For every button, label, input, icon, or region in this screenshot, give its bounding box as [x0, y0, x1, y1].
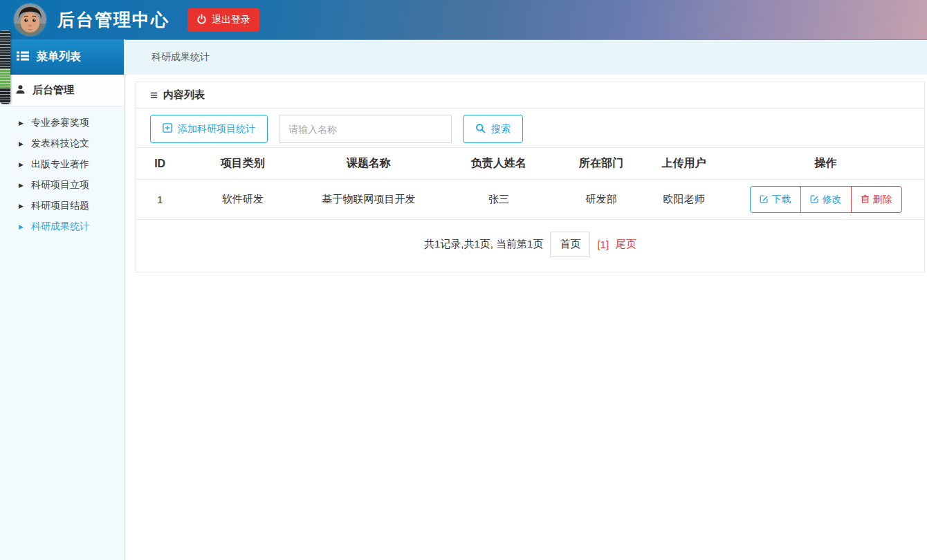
column-header-leader: 负责人姓名 — [436, 148, 562, 180]
records-table: ID 项目类别 课题名称 负责人姓名 所在部门 上传用户 操作 1 软件研发 基… — [136, 147, 924, 220]
download-button[interactable]: 下载 — [750, 186, 801, 213]
menu-header-label: 菜单列表 — [37, 50, 81, 64]
edit-icon — [810, 194, 819, 205]
column-header-uploader: 上传用户 — [641, 148, 727, 180]
caret-right-icon: ▶ — [19, 120, 24, 127]
caret-right-icon: ▶ — [19, 141, 24, 147]
table-header-row: ID 项目类别 课题名称 负责人姓名 所在部门 上传用户 操作 — [136, 148, 924, 180]
sidebar-item-results-stats[interactable]: ▶ 科研成果统计 — [0, 216, 124, 237]
caret-right-icon: ▶ — [19, 162, 24, 168]
admin-app: 后台管理中心 退出登录 菜单列表 — [0, 0, 927, 560]
cell-id: 1 — [136, 180, 183, 220]
add-record-button[interactable]: 添加科研项目统计 — [150, 115, 268, 143]
sidebar-menu-header: 菜单列表 — [0, 39, 124, 75]
cell-category: 软件研发 — [183, 180, 302, 220]
column-header-actions: 操作 — [727, 148, 924, 180]
avatar-image — [14, 3, 46, 36]
edit-label: 修改 — [823, 194, 842, 206]
sidebar-item-papers[interactable]: ▶ 发表科技论文 — [0, 133, 124, 154]
column-header-id: ID — [136, 148, 183, 180]
logout-button[interactable]: 退出登录 — [187, 8, 259, 32]
search-button-label: 搜索 — [491, 123, 511, 136]
card-title: 内容列表 — [163, 88, 205, 102]
caret-right-icon: ▶ — [19, 183, 24, 189]
power-icon — [196, 14, 207, 26]
sidebar-item-label: 专业参赛奖项 — [31, 117, 89, 129]
sidebar-menu-list: ▶ 专业参赛奖项 ▶ 发表科技论文 ▶ 出版专业著作 ▶ 科研项目立项 ▶ 科研… — [0, 106, 124, 237]
sidebar-item-label: 发表科技论文 — [31, 138, 89, 150]
page-title: 后台管理中心 — [57, 8, 169, 31]
column-header-department: 所在部门 — [562, 148, 641, 180]
avatar — [14, 3, 46, 36]
row-action-group: 下载 修改 — [750, 186, 902, 213]
sidebar-item-label: 科研项目结题 — [31, 200, 89, 212]
pagination-summary: 共1记录,共1页, 当前第1页 — [424, 238, 544, 251]
sidebar-section-admin[interactable]: 后台管理 — [0, 75, 124, 106]
sidebar-grip-handle[interactable] — [0, 30, 10, 104]
add-record-label: 添加科研项目统计 — [178, 123, 255, 136]
search-input[interactable] — [279, 115, 452, 143]
column-header-category: 项目类别 — [183, 148, 302, 180]
toolbar: 添加科研项目统计 搜索 — [136, 109, 924, 147]
sidebar-item-awards[interactable]: ▶ 专业参赛奖项 — [0, 113, 124, 133]
caret-right-icon: ▶ — [19, 224, 24, 230]
sidebar-item-label: 出版专业著作 — [31, 158, 89, 171]
breadcrumb-current: 科研成果统计 — [152, 51, 210, 64]
column-header-topic: 课题名称 — [302, 148, 436, 180]
sidebar-item-project-start[interactable]: ▶ 科研项目立项 — [0, 175, 124, 196]
cell-topic: 基于物联网项目开发 — [302, 180, 436, 220]
pagination: 共1记录,共1页, 当前第1页 首页 [1] 尾页 — [136, 220, 924, 272]
edit-icon — [760, 194, 769, 205]
edit-button[interactable]: 修改 — [800, 186, 852, 213]
cell-department: 研发部 — [562, 180, 641, 220]
cell-actions: 下载 修改 — [727, 180, 924, 220]
sidebar-section-label: 后台管理 — [33, 84, 74, 97]
cell-uploader: 欧阳老师 — [641, 180, 727, 220]
content-list-card: ≡ 内容列表 添加科研项目统计 — [136, 82, 925, 272]
sidebar-item-books[interactable]: ▶ 出版专业著作 — [0, 154, 124, 175]
user-icon — [15, 84, 26, 97]
sidebar-item-project-end[interactable]: ▶ 科研项目结题 — [0, 196, 124, 216]
list-icon — [17, 51, 29, 64]
first-page-button[interactable]: 首页 — [550, 232, 590, 257]
sidebar: 菜单列表 后台管理 ▶ 专业参赛奖项 ▶ 发表科技论文 ▶ 出版专业著 — [0, 39, 125, 560]
search-button[interactable]: 搜索 — [463, 115, 523, 143]
download-label: 下载 — [772, 194, 791, 206]
sidebar-item-label: 科研成果统计 — [31, 221, 89, 233]
sidebar-item-label: 科研项目立项 — [31, 179, 89, 192]
last-page-link[interactable]: 尾页 — [616, 238, 636, 251]
logout-label: 退出登录 — [212, 14, 250, 26]
caret-right-icon: ▶ — [19, 203, 24, 209]
current-page-link[interactable]: [1] — [597, 239, 609, 250]
main-content: 科研成果统计 ≡ 内容列表 添加科研项目统计 — [125, 39, 927, 560]
card-header: ≡ 内容列表 — [136, 82, 924, 109]
breadcrumb: 科研成果统计 — [125, 39, 927, 75]
trash-icon — [861, 194, 870, 205]
cell-leader: 张三 — [436, 180, 562, 220]
table-row: 1 软件研发 基于物联网项目开发 张三 研发部 欧阳老师 — [136, 180, 924, 220]
top-header-bar: 后台管理中心 退出登录 — [0, 0, 927, 39]
hamburger-icon: ≡ — [150, 88, 158, 102]
delete-button[interactable]: 删除 — [851, 186, 902, 213]
plus-square-icon — [163, 123, 172, 135]
delete-label: 删除 — [873, 194, 892, 206]
search-icon — [475, 123, 486, 136]
